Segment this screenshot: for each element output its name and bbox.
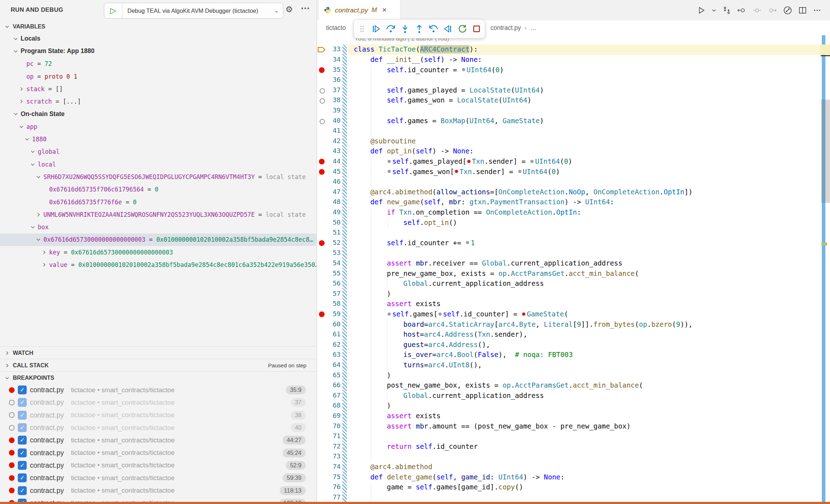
- code-line-55[interactable]: 55 pre_new_game_box, exists = op.AcctPar…: [317, 269, 830, 279]
- inline-breakpoint-icon[interactable]: [467, 160, 471, 163]
- line-number[interactable]: 55: [326, 269, 341, 277]
- source-control-graph-icon[interactable]: [783, 6, 792, 15]
- breakpoint-checkbox[interactable]: ✓: [18, 385, 27, 394]
- chevron-down-icon[interactable]: [30, 162, 36, 167]
- variables-tree-row[interactable]: pc = 72: [0, 58, 316, 70]
- line-number[interactable]: 52: [326, 239, 341, 246]
- line-number[interactable]: 46: [326, 178, 341, 185]
- line-number[interactable]: 45: [326, 168, 341, 175]
- variables-tree-row[interactable]: 0x67616d65735f776f6e = 0: [0, 196, 316, 208]
- line-number[interactable]: 33: [326, 45, 341, 53]
- breakpoint-checkbox[interactable]: ✓: [18, 486, 27, 495]
- inline-breakpoint-candidate-icon[interactable]: [466, 241, 469, 244]
- inline-breakpoint-candidate-icon[interactable]: [462, 68, 465, 71]
- variables-tree-row[interactable]: global: [0, 146, 316, 158]
- line-number[interactable]: 36: [326, 76, 341, 83]
- code-line-45[interactable]: 45 self.games_won[Txn.sender] = UInt64(0…: [317, 167, 830, 177]
- breakpoint-row[interactable]: ✓contract.pytictactoe • smart_contracts/…: [0, 396, 316, 409]
- breakpoint-row[interactable]: ✓contract.pytictactoe • smart_contracts/…: [0, 497, 316, 502]
- variables-tree-row[interactable]: scratch = [...]: [0, 95, 316, 108]
- code-line-65[interactable]: 65 ): [317, 371, 830, 381]
- code-line-64[interactable]: 64 turns=arc4.UInt8(),: [317, 360, 830, 371]
- line-number[interactable]: 34: [326, 56, 341, 63]
- inline-breakpoint-candidate-icon[interactable]: [388, 160, 391, 163]
- variables-tree-row[interactable]: app: [0, 120, 316, 133]
- restart-button[interactable]: [456, 23, 468, 35]
- line-number[interactable]: 67: [326, 392, 341, 399]
- line-number[interactable]: 58: [326, 300, 341, 307]
- line-number[interactable]: 66: [326, 381, 341, 389]
- line-number[interactable]: 40: [326, 117, 341, 124]
- line-number[interactable]: 70: [326, 422, 341, 430]
- chevron-down-icon[interactable]: [30, 224, 36, 230]
- line-number[interactable]: 73: [326, 452, 341, 460]
- variables-tree-row[interactable]: On-chain State: [0, 108, 316, 120]
- watch-section-header[interactable]: WATCH: [0, 346, 316, 359]
- code-line-40[interactable]: 40 self.games = BoxMap(UInt64, GameState…: [317, 116, 830, 126]
- inline-breakpoint-candidate-icon[interactable]: [530, 160, 534, 163]
- line-number[interactable]: 39: [326, 106, 341, 114]
- code-line-54[interactable]: 54 assert mbr.receiver == Global.current…: [317, 258, 830, 269]
- settings-gear-icon[interactable]: ⚙: [285, 5, 293, 14]
- line-number[interactable]: 48: [326, 198, 341, 205]
- breadcrumb-folder[interactable]: tictacto: [326, 24, 346, 32]
- step-out-button[interactable]: [413, 23, 425, 35]
- line-number[interactable]: 68: [326, 401, 341, 409]
- code-line-48[interactable]: 48 def new_game(self, mbr: gtxn.PaymentT…: [317, 197, 830, 208]
- line-number[interactable]: 74: [326, 463, 341, 470]
- breakpoint-row[interactable]: ✓contract.pytictactoe • smart_contracts/…: [0, 434, 316, 446]
- breakpoint-row[interactable]: ✓contract.pytictactoe • smart_contracts/…: [0, 472, 316, 484]
- code-line-72[interactable]: 72 return self.id_counter: [317, 442, 830, 452]
- chevron-down-icon[interactable]: [24, 136, 30, 142]
- line-number[interactable]: 57: [326, 290, 341, 297]
- variables-tree-row[interactable]: stack = []: [0, 83, 316, 95]
- breakpoint-row[interactable]: ✓contract.pytictactoe • smart_contracts/…: [0, 409, 316, 421]
- variables-tree-row[interactable]: UNML6W5NVHRIKTEOZAA4NI2SWQROSGNFNY2QS523…: [0, 208, 316, 221]
- current-change-icon[interactable]: [752, 6, 762, 15]
- call-stack-section-header[interactable]: CALL STACK Paused on step: [0, 359, 316, 372]
- breakpoint-icon[interactable]: [319, 67, 325, 73]
- more-actions-icon[interactable]: ⋯: [301, 3, 310, 13]
- continue-button[interactable]: [370, 23, 382, 35]
- breadcrumb-file[interactable]: contract.py: [490, 24, 521, 32]
- breakpoint-row[interactable]: ✓contract.pytictactoe • smart_contracts/…: [0, 459, 316, 472]
- next-change-icon[interactable]: [768, 6, 777, 15]
- reverse-continue-button[interactable]: [442, 23, 454, 35]
- start-debug-icon[interactable]: ▷: [104, 3, 122, 18]
- variables-tree-row[interactable]: 0x67616d65730000000000000003 = 0x0100000…: [0, 233, 316, 246]
- breakpoint-unverified-icon[interactable]: [320, 88, 325, 94]
- code-line-44[interactable]: 44 self.games_played[Txn.sender] = UInt6…: [317, 157, 830, 167]
- chevron-right-icon[interactable]: [41, 262, 47, 268]
- variables-tree-row[interactable]: local: [0, 158, 316, 170]
- drag-handle-icon[interactable]: [356, 23, 368, 35]
- step-over-button[interactable]: [385, 23, 397, 35]
- line-number[interactable]: 63: [326, 351, 341, 358]
- step-into-button[interactable]: [399, 23, 411, 35]
- code-line-43[interactable]: 43 def opt_in(self) -> None:: [317, 146, 830, 157]
- debug-config-dropdown[interactable]: ▷ Debug TEAL via AlgoKit AVM Debugger (t…: [104, 3, 283, 19]
- breakpoint-checkbox[interactable]: ✓: [18, 423, 27, 432]
- run-python-file-icon[interactable]: [698, 6, 705, 14]
- breadcrumb-symbol[interactable]: …: [530, 24, 536, 32]
- breakpoint-icon[interactable]: [319, 169, 325, 175]
- breakpoints-section-header[interactable]: BREAKPOINTS: [0, 371, 316, 384]
- breakpoint-unverified-icon[interactable]: [320, 98, 325, 104]
- code-line-74[interactable]: 74 @arc4.abimethod: [317, 462, 830, 472]
- line-number[interactable]: 75: [326, 473, 341, 481]
- line-number[interactable]: 50: [326, 219, 341, 226]
- chevron-right-icon[interactable]: [19, 99, 24, 104]
- code-line-38[interactable]: 38 self.games_won = LocalState(UInt64): [317, 95, 830, 106]
- code-line-59[interactable]: 59 self.games[self.id_counter] = GameSta…: [317, 309, 830, 320]
- code-line-76[interactable]: 76 game = self.games[game_id].copy(): [317, 482, 830, 493]
- code-line-75[interactable]: 75 def delete_game(self, game_id: UInt64…: [317, 472, 830, 483]
- chevron-down-icon[interactable]: [30, 149, 36, 154]
- code-line-60[interactable]: 60 board=arc4.StaticArray[arc4.Byte, Lit…: [317, 320, 830, 330]
- variables-tree-row[interactable]: key = 0x67616d65730000000000000003: [0, 246, 316, 258]
- code-line-67[interactable]: 67 Global.current_application_address: [317, 391, 830, 401]
- line-number[interactable]: 54: [326, 259, 341, 267]
- line-number[interactable]: 43: [326, 147, 341, 154]
- line-number[interactable]: 60: [326, 320, 341, 328]
- code-line-51[interactable]: 51: [317, 228, 830, 238]
- code-line-73[interactable]: 73: [317, 452, 830, 462]
- line-number[interactable]: 77: [326, 493, 341, 501]
